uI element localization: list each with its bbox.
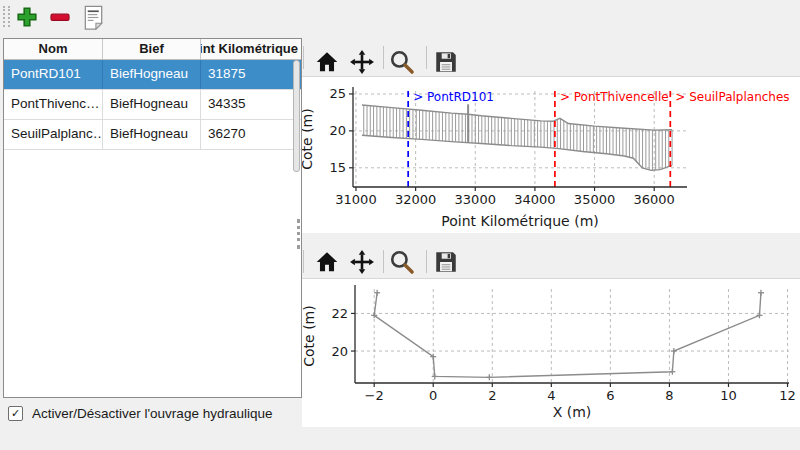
cell-pk[interactable]: 34335 — [201, 90, 301, 119]
plots-area: > PontRD101> PontThivencelle> SeuilPalpl… — [302, 36, 800, 450]
document-icon — [81, 4, 106, 31]
y-axis-label: Cote (m) — [302, 305, 317, 366]
zoom-icon — [389, 49, 415, 75]
tick-label: 10 — [720, 388, 737, 403]
add-icon — [15, 5, 39, 29]
tick-label: 20 — [329, 123, 346, 138]
table-row[interactable]: PontRD101 BiefHogneau 31875 — [4, 60, 301, 90]
tick-label: 25 — [329, 86, 346, 101]
home-button[interactable] — [314, 248, 342, 276]
column-header-pk[interactable]: Point Kilométrique — [201, 39, 301, 59]
separator — [303, 250, 304, 273]
tick-label: 22 — [331, 306, 348, 321]
main-toolbar — [0, 0, 800, 32]
annotation-label: > PontThivencelle — [560, 90, 669, 104]
edit-button[interactable] — [81, 4, 107, 30]
separator — [426, 46, 427, 69]
y-axis-label: Cote (m) — [302, 108, 315, 169]
home-icon — [314, 49, 340, 75]
tick-label: 12 — [779, 388, 796, 403]
tick-label: 31000 — [335, 192, 376, 207]
activate-checkbox[interactable]: ✓ — [8, 406, 23, 421]
column-header-bief[interactable]: Bief — [103, 39, 201, 59]
cell-bief[interactable]: BiefHogneau — [103, 120, 201, 149]
x-axis-label: X (m) — [553, 404, 592, 420]
zoom-button[interactable] — [389, 48, 417, 76]
remove-icon — [48, 5, 72, 29]
save-icon — [433, 49, 459, 75]
cell-pk[interactable]: 36270 — [201, 120, 301, 149]
cell-nom[interactable]: SeuilPalplanc… — [4, 120, 103, 149]
section-chart: −20246810122022X (m)Cote (m) — [302, 279, 800, 427]
annotation-label: > SeuilPalplanches — [675, 90, 789, 104]
x-axis-label: Point Kilométrique (m) — [441, 213, 599, 229]
pan-button[interactable] — [349, 248, 377, 276]
table-scrollbar[interactable] — [293, 60, 300, 172]
profile-plot-canvas[interactable]: > PontRD101> PontThivencelle> SeuilPalpl… — [302, 76, 800, 233]
table-header-row: Nom Bief Point Kilométrique — [4, 39, 301, 60]
activate-checkbox-label: Activer/Désactiver l'ouvrage hydraulique — [32, 406, 272, 421]
tick-label: 35000 — [574, 192, 615, 207]
pan-icon — [349, 49, 375, 75]
section-plot-toolbar — [302, 244, 800, 278]
tick-label: 33000 — [455, 192, 496, 207]
tick-label: 0 — [429, 388, 437, 403]
cell-pk[interactable]: 31875 — [201, 60, 301, 89]
annotation-label: > PontRD101 — [413, 90, 494, 104]
profile-plot-toolbar — [302, 40, 800, 76]
tick-label: 32000 — [395, 192, 436, 207]
tick-label: 20 — [331, 344, 348, 359]
pan-button[interactable] — [349, 48, 377, 76]
separator — [383, 46, 384, 69]
tick-label: 34000 — [514, 192, 555, 207]
cell-nom[interactable]: PontThivenc… — [4, 90, 103, 119]
separator — [383, 250, 384, 273]
section-plot-canvas[interactable]: −20246810122022X (m)Cote (m) — [302, 278, 800, 427]
home-icon — [314, 249, 340, 275]
save-button[interactable] — [433, 248, 461, 276]
cell-nom[interactable]: PontRD101 — [4, 60, 103, 89]
home-button[interactable] — [314, 48, 342, 76]
tick-label: 8 — [665, 388, 673, 403]
tick-label: 36000 — [634, 192, 675, 207]
tick-label: −2 — [365, 388, 384, 403]
separator — [303, 46, 304, 69]
column-header-nom[interactable]: Nom — [4, 39, 103, 59]
cell-bief[interactable]: BiefHogneau — [103, 90, 201, 119]
series-line — [374, 293, 761, 378]
table-row[interactable]: PontThivenc… BiefHogneau 34335 — [4, 90, 301, 120]
pan-icon — [349, 249, 375, 275]
save-button[interactable] — [433, 48, 461, 76]
zoom-icon — [389, 249, 415, 275]
zoom-button[interactable] — [389, 248, 417, 276]
tick-label: 2 — [488, 388, 496, 403]
table-row[interactable]: SeuilPalplanc… BiefHogneau 36270 — [4, 120, 301, 150]
add-button[interactable] — [15, 4, 41, 30]
tick-label: 15 — [329, 160, 346, 175]
ouvrages-table: Nom Bief Point Kilométrique PontRD101 Bi… — [3, 38, 302, 398]
tick-label: 6 — [606, 388, 614, 403]
activate-structure-row: ✓ Activer/Désactiver l'ouvrage hydrauliq… — [8, 403, 272, 423]
save-icon — [433, 249, 459, 275]
cell-bief[interactable]: BiefHogneau — [103, 60, 201, 89]
separator — [426, 250, 427, 273]
remove-button[interactable] — [48, 4, 74, 30]
toolbar-drag-handle[interactable] — [3, 6, 10, 27]
tick-label: 4 — [547, 388, 555, 403]
profile-chart: > PontRD101> PontThivencelle> SeuilPalpl… — [302, 77, 800, 233]
